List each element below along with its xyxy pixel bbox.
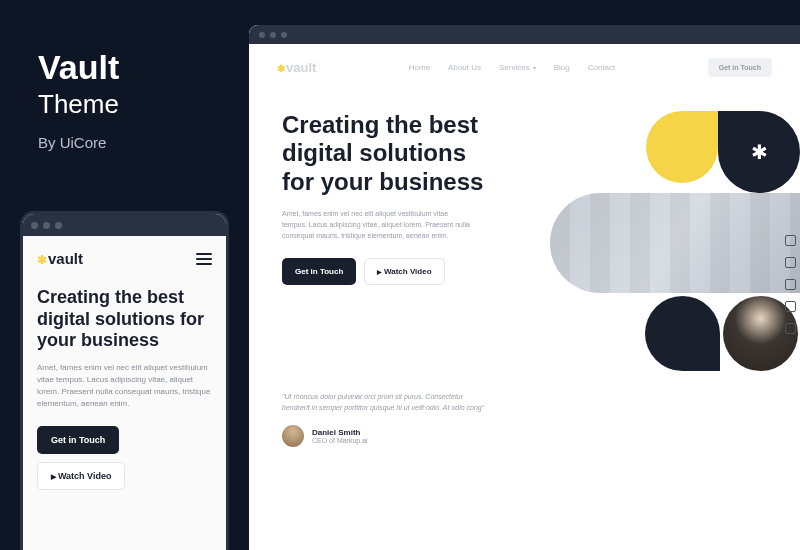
nav-about[interactable]: About Us — [448, 63, 481, 72]
mobile-headline: Creating the best digital solutions for … — [37, 287, 212, 352]
team-photo — [550, 193, 800, 293]
watch-video-button[interactable]: Watch Video — [364, 258, 444, 285]
hero-headline: Creating the best digital solutions for … — [282, 111, 497, 196]
author-avatar — [282, 425, 304, 447]
tool-icon-4[interactable] — [785, 301, 796, 312]
side-toolbar — [785, 235, 796, 334]
promo-block: Vault Theme By UiCore — [38, 48, 119, 151]
yellow-leaf-shape — [646, 111, 718, 183]
desktop-nav: vault Home About Us Services▾ Blog Conta… — [249, 44, 800, 91]
mobile-titlebar — [23, 214, 226, 236]
tool-icon-5[interactable] — [785, 323, 796, 334]
tool-icon-3[interactable] — [785, 279, 796, 290]
dark-leaf-shape-2 — [645, 296, 720, 371]
hero-graphic: ✱ — [507, 111, 800, 361]
promo-subtitle: Theme — [38, 89, 119, 120]
dark-leaf-shape: ✱ — [718, 111, 800, 193]
desktop-titlebar — [249, 25, 800, 44]
promo-title: Vault — [38, 48, 119, 87]
promo-byline: By UiCore — [38, 134, 119, 151]
nav-home[interactable]: Home — [409, 63, 430, 72]
testimonial: "Ut rhoncus dolor pulvinar orci proin si… — [249, 381, 519, 447]
testimonial-quote: "Ut rhoncus dolor pulvinar orci proin si… — [282, 391, 486, 413]
mobile-logo[interactable]: vault — [37, 250, 83, 267]
chevron-down-icon: ▾ — [533, 64, 536, 71]
tool-icon-1[interactable] — [785, 235, 796, 246]
author-title: CEO of Markup.ai — [312, 437, 368, 444]
desktop-preview: vault Home About Us Services▾ Blog Conta… — [249, 25, 800, 550]
hero-body-text: Amet, fames enim vel nec elit aliquet ve… — [282, 208, 472, 242]
tool-icon-2[interactable] — [785, 257, 796, 268]
nav-cta-button[interactable]: Get in Touch — [708, 58, 772, 77]
mobile-preview: vault Creating the best digital solution… — [20, 211, 229, 550]
mobile-watch-video-button[interactable]: Watch Video — [37, 462, 125, 490]
get-in-touch-button[interactable]: Get in Touch — [282, 258, 356, 285]
nav-services[interactable]: Services▾ — [499, 63, 536, 72]
mobile-get-in-touch-button[interactable]: Get in Touch — [37, 426, 119, 454]
author-name: Daniel Smith — [312, 428, 368, 437]
nav-blog[interactable]: Blog — [554, 63, 570, 72]
hamburger-icon[interactable] — [196, 253, 212, 265]
nav-contact[interactable]: Contact — [588, 63, 616, 72]
mobile-body-text: Amet, fames enim vel nec elit aliquet ve… — [37, 362, 212, 410]
desktop-logo[interactable]: vault — [277, 60, 316, 75]
